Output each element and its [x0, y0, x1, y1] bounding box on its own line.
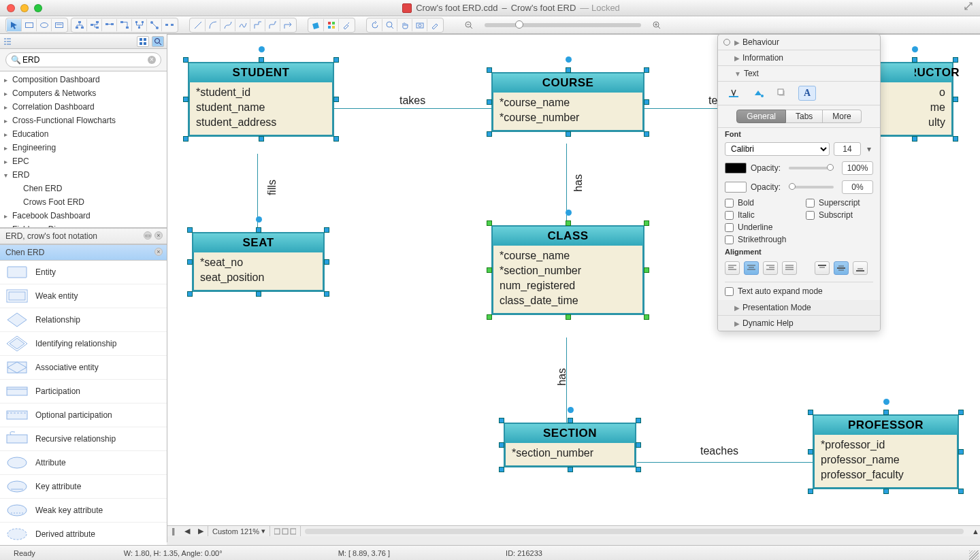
entity-course[interactable]: COURSE *course_name *course_number: [491, 72, 644, 132]
entity-instructor[interactable]: INSTRUCTOR omeulty: [875, 62, 953, 137]
inspector-text[interactable]: ▼Text: [718, 66, 880, 82]
entity-seat[interactable]: SEAT *seat_no seat_position: [192, 232, 325, 292]
snapshot-tool[interactable]: [412, 19, 427, 31]
tree-item[interactable]: ▸Facebook Dashboard: [0, 209, 167, 223]
text-opacity-slider[interactable]: [789, 167, 834, 169]
align-justify-button[interactable]: [782, 261, 797, 275]
library-search-input[interactable]: [5, 52, 161, 67]
zoom-slider[interactable]: [485, 23, 641, 27]
valign-middle-button[interactable]: [834, 261, 849, 275]
inspector-presentation[interactable]: ▶Presentation Mode: [718, 300, 880, 316]
chain-tool-4[interactable]: [147, 19, 162, 31]
fill-style-icon[interactable]: [749, 86, 767, 101]
section-close-icon[interactable]: ×: [154, 231, 163, 240]
tree-item-child[interactable]: Crows Foot ERD: [0, 195, 167, 209]
pointer-tool[interactable]: [7, 19, 22, 31]
shape-item[interactable]: Participation: [0, 380, 167, 403]
auto-expand-checkbox[interactable]: Text auto expand mode: [718, 285, 880, 300]
valign-bottom-button[interactable]: [853, 261, 868, 275]
shape-item[interactable]: Recursive relationship: [0, 427, 167, 451]
chain-tool-5[interactable]: [162, 19, 177, 31]
fullscreen-icon[interactable]: [964, 1, 977, 15]
shape-item[interactable]: Associative entity: [0, 356, 167, 380]
view-mode-pages[interactable]: [270, 526, 301, 536]
section-pin-icon[interactable]: ▭: [144, 231, 152, 240]
tree-item[interactable]: ▸EPC: [0, 154, 167, 168]
page-nav[interactable]: ‖◀▶: [167, 526, 208, 536]
underline-checkbox[interactable]: Underline: [718, 221, 799, 233]
shape-item[interactable]: Optional participation: [0, 403, 167, 427]
shape-item[interactable]: Key attribute: [0, 475, 167, 499]
subscript-checkbox[interactable]: Subscript: [799, 209, 880, 221]
spline-tool[interactable]: [235, 19, 250, 31]
chain-tool-3[interactable]: [132, 19, 147, 31]
pencil-tool[interactable]: [427, 19, 442, 31]
tree-item[interactable]: ▸Correlation Dashboard: [0, 100, 167, 114]
connector-fills[interactable]: [257, 154, 258, 232]
entity-student[interactable]: STUDENT *student_id student_name student…: [188, 62, 334, 137]
text-style-icon[interactable]: A: [798, 86, 816, 101]
bg-color-swatch[interactable]: [725, 182, 747, 193]
elbow-tool[interactable]: [250, 19, 265, 31]
fill-picker-tool[interactable]: [309, 19, 324, 31]
rectangle-tool[interactable]: [22, 19, 37, 31]
font-size-field[interactable]: 14: [834, 142, 861, 156]
shape-item[interactable]: Weak entity: [0, 284, 167, 308]
chain-tool-2[interactable]: [117, 19, 132, 31]
tree-item[interactable]: ▸Composition Dashboard: [0, 73, 167, 86]
shadow-style-icon[interactable]: [774, 86, 791, 101]
zoom-in-icon[interactable]: [649, 19, 664, 31]
chain-tool-1[interactable]: [102, 19, 117, 31]
inspector-dynamic-help[interactable]: ▶Dynamic Help: [718, 316, 880, 331]
font-family-select[interactable]: Calibri: [725, 142, 830, 156]
shape-item[interactable]: Attribute: [0, 451, 167, 475]
inspector-behaviour[interactable]: ▶Behaviour: [718, 35, 880, 50]
entity-section[interactable]: SECTION *section_number: [504, 423, 636, 467]
zoom-out-icon[interactable]: [461, 19, 476, 31]
search-toggle-button[interactable]: [152, 36, 164, 47]
section-close-icon[interactable]: ×: [154, 248, 163, 256]
close-window-button[interactable]: [7, 4, 15, 12]
color-picker-tool[interactable]: [324, 19, 339, 31]
tab-tabs[interactable]: Tabs: [786, 110, 823, 123]
connector-teaches[interactable]: [637, 462, 813, 463]
text-box-tool[interactable]: [52, 19, 67, 31]
bold-checkbox[interactable]: Bold: [718, 197, 799, 209]
align-left-button[interactable]: [725, 261, 740, 275]
bg-opacity-value[interactable]: 0%: [842, 180, 873, 194]
tree-item[interactable]: ▸Cross-Functional Flowcharts: [0, 114, 167, 127]
tree-item[interactable]: ▾ERD: [0, 168, 167, 182]
tab-general[interactable]: General: [736, 110, 786, 123]
grid-view-button[interactable]: [137, 36, 149, 47]
zoom-tool[interactable]: [382, 19, 397, 31]
ellipse-tool[interactable]: [37, 19, 52, 31]
line-tool[interactable]: [191, 19, 206, 31]
tree-item-child[interactable]: Chen ERD: [0, 182, 167, 195]
font-size-stepper[interactable]: ▾: [865, 144, 873, 154]
shape-item[interactable]: Weak key attribute: [0, 499, 167, 523]
bg-opacity-slider[interactable]: [789, 186, 834, 188]
tree-item[interactable]: ▸Fishbone Diagram: [0, 223, 167, 228]
superscript-checkbox[interactable]: Superscript: [799, 197, 880, 209]
minimize-window-button[interactable]: [20, 4, 29, 12]
horizontal-scrollbar[interactable]: [305, 529, 964, 534]
tree-item[interactable]: ▸Computers & Networks: [0, 86, 167, 100]
align-right-button[interactable]: [763, 261, 778, 275]
round-elbow-tool[interactable]: [265, 19, 280, 31]
tree-tool-1[interactable]: [72, 19, 87, 31]
tab-more[interactable]: More: [823, 110, 861, 123]
tree-item[interactable]: ▸Education: [0, 127, 167, 141]
shape-item[interactable]: Relationship: [0, 308, 167, 332]
tree-tool-2[interactable]: [87, 19, 102, 31]
elbow-arrow-tool[interactable]: [280, 19, 295, 31]
hand-tool[interactable]: [397, 19, 412, 31]
arc-tool[interactable]: [206, 19, 220, 31]
valign-top-button[interactable]: [815, 261, 830, 275]
connector-takes[interactable]: [333, 108, 491, 109]
entity-class[interactable]: CLASS *course_name *section_number num_r…: [491, 225, 644, 315]
section-chen-erd[interactable]: Chen ERD ×: [0, 244, 167, 261]
bezier-tool[interactable]: [220, 19, 235, 31]
refresh-tool[interactable]: [368, 19, 382, 31]
section-crows-foot[interactable]: ERD, crow's foot notation ▭×: [0, 228, 167, 244]
text-opacity-value[interactable]: 100%: [842, 161, 873, 175]
